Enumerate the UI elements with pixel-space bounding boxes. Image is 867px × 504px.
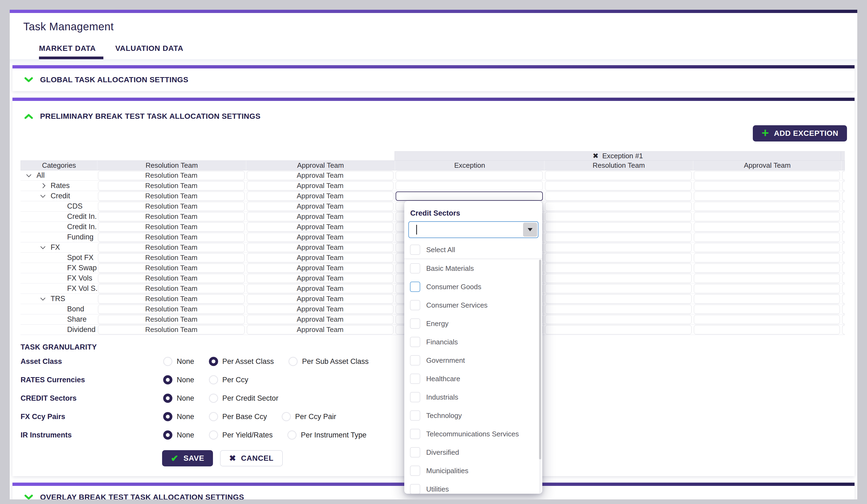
radio-unselected-icon[interactable] [209, 394, 218, 403]
exception-input[interactable] [396, 171, 543, 180]
dropdown-item[interactable]: Basic Materials [404, 259, 542, 278]
dropdown-item[interactable]: Government [404, 351, 542, 369]
dropdown-item[interactable]: Energy [404, 314, 542, 333]
approval-team-cell-value[interactable]: Approval Team [247, 222, 394, 232]
tab-valuation-data[interactable]: VALUATION DATA [115, 44, 186, 59]
radio-unselected-icon[interactable] [288, 357, 298, 366]
resolution-team-cell-value[interactable]: Resolution Team [98, 222, 245, 232]
approval-team-cell-value[interactable]: Approval Team [247, 192, 394, 201]
add-exception-button[interactable]: + ADD EXCEPTION [753, 125, 847, 141]
exception-resolution-team-cell-input[interactable] [545, 264, 692, 273]
preliminary-settings-header[interactable]: PRELIMINARY BREAK TEST TASK ALLOCATION S… [21, 106, 847, 123]
radio-option[interactable]: Per Ccy [209, 375, 248, 384]
exception-resolution-team-cell-input[interactable] [545, 284, 692, 293]
radio-option[interactable]: Per Asset Class [209, 357, 274, 366]
tab-market-data[interactable]: MARKET DATA [39, 44, 98, 59]
radio-unselected-icon[interactable] [163, 357, 172, 366]
exception-resolution-team-cell-input[interactable] [545, 243, 692, 252]
resolution-team-cell-value[interactable]: Resolution Team [98, 294, 245, 303]
radio-option[interactable]: None [163, 394, 194, 403]
dropdown-item[interactable]: Utilities [404, 480, 542, 494]
resolution-team-cell-value[interactable]: Resolution Team [98, 315, 245, 324]
item-checkbox[interactable] [410, 465, 420, 476]
exception-approval-team-cell-input[interactable] [694, 274, 840, 283]
exception-approval-team-cell-input[interactable] [694, 284, 840, 293]
exception-approval-team-cell-input[interactable] [694, 212, 840, 221]
item-checkbox[interactable] [410, 355, 420, 365]
exception-resolution-team-cell-input[interactable] [545, 222, 692, 232]
item-checkbox[interactable] [410, 410, 420, 421]
exception-resolution-team-cell-input[interactable] [545, 274, 692, 283]
dropdown-item[interactable]: Technology [404, 406, 542, 425]
save-button[interactable]: ✔ SAVE [162, 450, 213, 467]
dropdown-item[interactable]: Telecommunications Services [404, 425, 542, 443]
radio-option[interactable]: Per Ccy Pair [282, 412, 336, 421]
radio-unselected-icon[interactable] [209, 412, 218, 421]
resolution-team-cell-value[interactable]: Resolution Team [98, 181, 245, 191]
item-checkbox[interactable] [410, 282, 420, 292]
dropdown-item[interactable]: Financials [404, 333, 542, 351]
select-all-checkbox[interactable] [410, 245, 420, 255]
radio-option[interactable]: Per Sub Asset Class [288, 357, 368, 366]
exception-approval-team-cell-input[interactable] [694, 222, 840, 232]
dropdown-scrollbar[interactable] [539, 260, 541, 494]
exception-approval-team-cell-input[interactable] [694, 304, 840, 314]
approval-team-cell-value[interactable]: Approval Team [247, 325, 394, 334]
radio-option[interactable]: Per Yield/Rates [209, 430, 273, 440]
item-checkbox[interactable] [410, 429, 420, 439]
exception-resolution-team-cell-input[interactable] [545, 181, 692, 191]
resolution-team-cell-value[interactable]: Resolution Team [98, 274, 245, 283]
exception-resolution-team-cell-input[interactable] [545, 325, 692, 334]
select-all-option[interactable]: Select All [404, 241, 542, 259]
approval-team-cell-value[interactable]: Approval Team [247, 202, 394, 211]
item-checkbox[interactable] [410, 392, 420, 402]
dropdown-item[interactable]: Industrials [404, 388, 542, 406]
collapse-row-icon[interactable] [40, 244, 45, 249]
collapse-row-icon[interactable] [40, 296, 45, 300]
resolution-team-cell-value[interactable]: Resolution Team [98, 304, 245, 314]
exception-approval-team-cell-input[interactable] [694, 325, 840, 334]
approval-team-cell-value[interactable]: Approval Team [247, 233, 394, 242]
radio-unselected-icon[interactable] [287, 430, 297, 440]
resolution-team-cell-value[interactable]: Resolution Team [98, 243, 245, 252]
approval-team-cell-value[interactable]: Approval Team [247, 253, 394, 262]
exception-approval-team-cell-input[interactable] [694, 243, 840, 252]
dropdown-item[interactable]: Consumer Goods [404, 278, 542, 296]
radio-selected-icon[interactable] [163, 430, 172, 440]
approval-team-cell-value[interactable]: Approval Team [247, 243, 394, 252]
exception-resolution-team-cell-input[interactable] [545, 171, 692, 180]
approval-team-cell-value[interactable]: Approval Team [247, 181, 394, 191]
approval-team-cell-value[interactable]: Approval Team [247, 294, 394, 303]
resolution-team-cell-value[interactable]: Resolution Team [98, 253, 245, 262]
radio-unselected-icon[interactable] [282, 412, 291, 421]
radio-option[interactable]: Per Instrument Type [287, 430, 367, 440]
exception-resolution-team-cell-input[interactable] [545, 212, 692, 221]
radio-option[interactable]: Per Base Ccy [209, 412, 267, 421]
resolution-team-cell-value[interactable]: Resolution Team [98, 192, 245, 201]
exception-approval-team-cell-input[interactable] [694, 171, 840, 180]
exception-resolution-team-cell-input[interactable] [545, 253, 692, 262]
radio-selected-icon[interactable] [209, 357, 218, 366]
resolution-team-cell-value[interactable]: Resolution Team [98, 233, 245, 242]
approval-team-cell-value[interactable]: Approval Team [247, 315, 394, 324]
radio-selected-icon[interactable] [163, 375, 172, 384]
exception-approval-team-cell-input[interactable] [694, 192, 840, 201]
approval-team-cell-value[interactable]: Approval Team [247, 284, 394, 293]
credit-sectors-search-input[interactable] [409, 222, 538, 237]
exception-input[interactable] [396, 192, 543, 201]
exception-resolution-team-cell-input[interactable] [545, 233, 692, 242]
exception-input[interactable] [396, 181, 543, 191]
exception-resolution-team-cell-input[interactable] [545, 304, 692, 314]
item-checkbox[interactable] [410, 484, 420, 494]
approval-team-cell-value[interactable]: Approval Team [247, 171, 394, 180]
resolution-team-cell-value[interactable]: Resolution Team [98, 284, 245, 293]
exception-resolution-team-cell-input[interactable] [545, 315, 692, 324]
exception-approval-team-cell-input[interactable] [694, 315, 840, 324]
approval-team-cell-value[interactable]: Approval Team [247, 274, 394, 283]
collapse-row-icon[interactable] [26, 172, 31, 177]
exception-resolution-team-cell-input[interactable] [545, 192, 692, 201]
exception-resolution-team-cell-input[interactable] [545, 294, 692, 303]
approval-team-cell-value[interactable]: Approval Team [247, 212, 394, 221]
radio-option[interactable]: Per Credit Sector [209, 394, 278, 403]
exception-approval-team-cell-input[interactable] [694, 264, 840, 273]
